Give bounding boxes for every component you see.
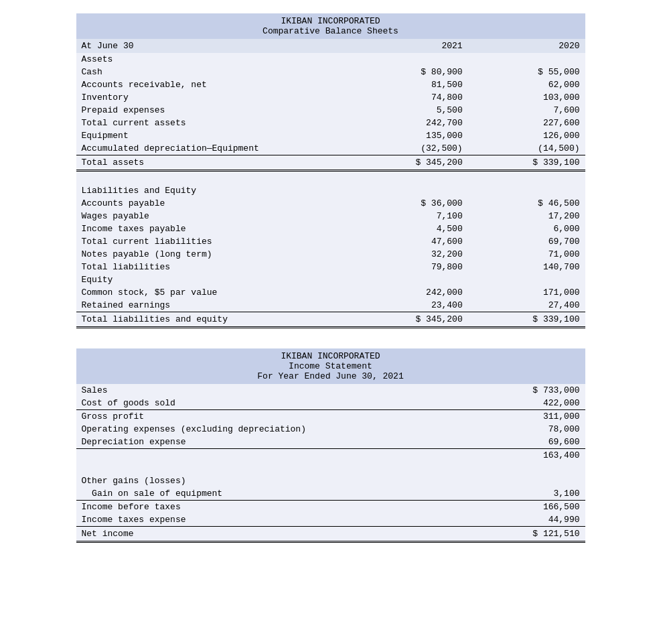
table-row: Notes payable (long term) 32,200 71,000 (76, 248, 585, 261)
opex-label: Operating expenses (excluding depreciati… (76, 423, 407, 436)
income-before-taxes-label: Income before taxes (76, 501, 407, 514)
company-name: IKIBAN INCORPORATED (281, 16, 380, 26)
equipment-2020: 126,000 (468, 129, 585, 142)
gain-sale-amount: 3,100 (407, 487, 585, 501)
tcl-2021: 47,600 (356, 235, 468, 248)
wages-label: Wages payable (76, 210, 356, 222)
table-row: Retained earnings 23,400 27,400 (76, 299, 585, 312)
table-row: Income taxes expense 44,990 (76, 513, 585, 527)
column-headers-row: At June 30 2021 2020 (76, 39, 585, 53)
cogs-label: Cost of goods sold (76, 397, 407, 410)
table-row: Common stock, $5 par value 242,000 171,0… (76, 286, 585, 299)
common-stock-label: Common stock, $5 par value (76, 286, 356, 299)
liabilities-equity-header-row: Liabilities and Equity (76, 184, 585, 197)
equity-header-row: Equity (76, 273, 585, 286)
total-liab-equity-row: Total liabilities and equity $ 345,200 $… (76, 312, 585, 328)
prepaid-label: Prepaid expenses (76, 104, 356, 117)
gross-profit-label: Gross profit (76, 410, 407, 424)
accum-dep-2021: (32,500) (356, 142, 468, 155)
prepaid-2020: 7,600 (468, 104, 585, 117)
gain-sale-label: Gain on sale of equipment (76, 487, 407, 501)
total-current-assets-label: Total current assets (76, 117, 356, 129)
opex-amount: 78,000 (407, 423, 585, 436)
table-row: Income before taxes 166,500 (76, 501, 585, 514)
total-liab-equity-2020: $ 339,100 (468, 312, 585, 328)
sales-label: Sales (76, 384, 407, 397)
total-current-assets-2021: 242,700 (356, 117, 468, 129)
cogs-amount: 422,000 (407, 397, 585, 410)
table-row: Total current assets 242,700 227,600 (76, 117, 585, 129)
equipment-2021: 135,000 (356, 129, 468, 142)
table-row: Inventory 74,800 103,000 (76, 91, 585, 104)
accum-dep-2020: (14,500) (468, 142, 585, 155)
liabilities-equity-label: Liabilities and Equity (76, 184, 585, 197)
income-statement-title: IKIBAN INCORPORATED Income Statement For… (76, 348, 585, 384)
at-june-30-label: At June 30 (76, 39, 356, 53)
itp-2021: 4,500 (356, 222, 468, 235)
notes-payable-label: Notes payable (long term) (76, 248, 356, 261)
prepaid-2021: 5,500 (356, 104, 468, 117)
net-income-label: Net income (76, 527, 407, 542)
table-row: Accounts payable $ 36,000 $ 46,500 (76, 197, 585, 210)
table-row: Cash $ 80,900 $ 55,000 (76, 66, 585, 78)
income-taxes-exp-amount: 44,990 (407, 513, 585, 527)
statement-type: Comparative Balance Sheets (263, 26, 398, 36)
page-wrapper: IKIBAN INCORPORATED Comparative Balance … (76, 13, 585, 543)
inventory-label: Inventory (76, 91, 356, 104)
table-row: Gross profit 311,000 (76, 410, 585, 424)
inventory-2020: 103,000 (468, 91, 585, 104)
retained-earnings-2020: 27,400 (468, 299, 585, 312)
other-gains-label: Other gains (losses) (76, 474, 407, 487)
sales-amount: $ 733,000 (407, 384, 585, 397)
total-assets-label: Total assets (76, 155, 356, 171)
table-row: Cost of goods sold 422,000 (76, 397, 585, 410)
net-income-row: Net income $ 121,510 (76, 527, 585, 542)
wages-2021: 7,100 (356, 210, 468, 222)
balance-sheet-table: IKIBAN INCORPORATED Comparative Balance … (76, 13, 585, 328)
table-row: Sales $ 733,000 (76, 384, 585, 397)
total-liab-equity-label: Total liabilities and equity (76, 312, 356, 328)
total-assets-row: Total assets $ 345,200 $ 339,100 (76, 155, 585, 171)
income-taxes-exp-label: Income taxes expense (76, 513, 407, 527)
table-row: Income taxes payable 4,500 6,000 (76, 222, 585, 235)
income-statement-header: IKIBAN INCORPORATED Income Statement For… (76, 348, 585, 384)
itp-label: Income taxes payable (76, 222, 356, 235)
spacer-row (76, 171, 585, 185)
other-gains-amount (407, 474, 585, 487)
income-before-taxes-amount: 166,500 (407, 501, 585, 514)
dep-exp-amount: 69,600 (407, 436, 585, 449)
table-row: Accumulated depreciation—Equipment (32,5… (76, 142, 585, 155)
income-statement-period: For Year Ended June 30, 2021 (257, 371, 403, 381)
table-row: Accounts receivable, net 81,500 62,000 (76, 78, 585, 91)
assets-label: Assets (76, 53, 585, 66)
table-row: Wages payable 7,100 17,200 (76, 210, 585, 222)
operating-subtotal-amount: 163,400 (407, 449, 585, 462)
total-assets-2021: $ 345,200 (356, 155, 468, 171)
total-current-assets-2020: 227,600 (468, 117, 585, 129)
common-stock-2021: 242,000 (356, 286, 468, 299)
itp-2020: 6,000 (468, 222, 585, 235)
table-row: Gain on sale of equipment 3,100 (76, 487, 585, 501)
common-stock-2020: 171,000 (468, 286, 585, 299)
ap-2021: $ 36,000 (356, 197, 468, 210)
ap-2020: $ 46,500 (468, 197, 585, 210)
ar-2021: 81,500 (356, 78, 468, 91)
total-liab-equity-2021: $ 345,200 (356, 312, 468, 328)
dep-exp-label: Depreciation expense (76, 436, 407, 449)
total-liabilities-2021: 79,800 (356, 261, 468, 273)
total-liabilities-2020: 140,700 (468, 261, 585, 273)
ar-label: Accounts receivable, net (76, 78, 356, 91)
tcl-2020: 69,700 (468, 235, 585, 248)
inventory-2021: 74,800 (356, 91, 468, 104)
assets-section-header: Assets (76, 53, 585, 66)
spacer-row (76, 462, 585, 474)
notes-payable-2021: 32,200 (356, 248, 468, 261)
ar-2020: 62,000 (468, 78, 585, 91)
year-2020-header: 2020 (468, 39, 585, 53)
retained-earnings-2021: 23,400 (356, 299, 468, 312)
cash-label: Cash (76, 66, 356, 78)
income-statement-table: IKIBAN INCORPORATED Income Statement For… (76, 348, 585, 543)
tcl-label: Total current liabilities (76, 235, 356, 248)
table-row: Total liabilities 79,800 140,700 (76, 261, 585, 273)
table-row: Equipment 135,000 126,000 (76, 129, 585, 142)
